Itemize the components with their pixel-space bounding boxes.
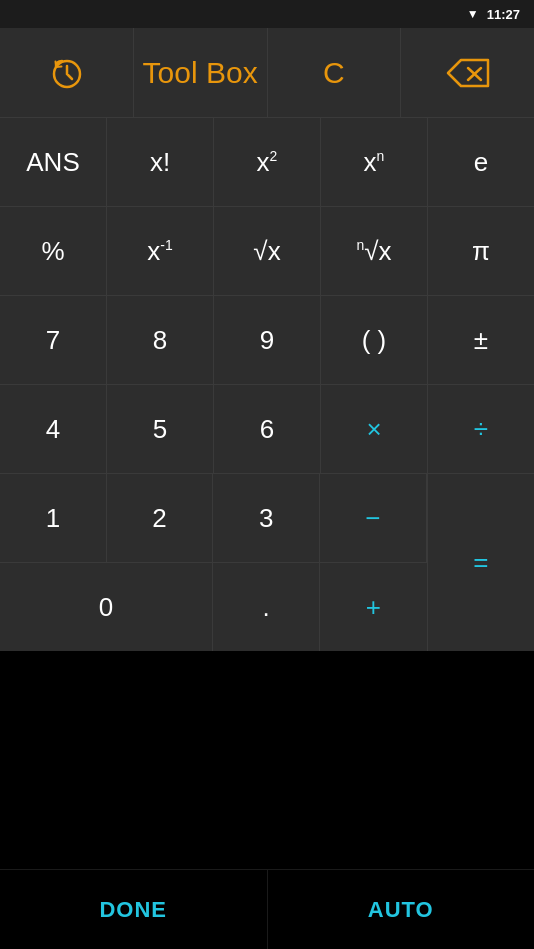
app-title: Tool Box [143,56,258,90]
time-display: 11:27 [487,7,520,22]
three-button[interactable]: 3 [213,474,319,562]
divide-button[interactable]: ÷ [428,385,534,473]
pi-button[interactable]: π [428,207,534,295]
wifi-icon: ▼ [467,7,479,21]
six-button[interactable]: 6 [214,385,321,473]
ans-button[interactable]: ANS [0,118,107,206]
multiply-button[interactable]: × [321,385,428,473]
history-button[interactable] [0,28,134,117]
plus-button[interactable]: + [320,563,426,651]
seven-button[interactable]: 7 [0,296,107,384]
four-button[interactable]: 4 [0,385,107,473]
status-bar: ▼ 11:27 [0,0,534,28]
sqrt-button[interactable]: √x [214,207,321,295]
power-button[interactable]: xn [321,118,428,206]
square-button[interactable]: x2 [214,118,321,206]
euler-button[interactable]: e [428,118,534,206]
done-button[interactable]: DONE [0,870,268,949]
keypad: ANS x! x2 xn e % x-1 √x n√x π 7 8 9 ( ) … [0,118,534,651]
factorial-button[interactable]: x! [107,118,214,206]
row-2: % x-1 √x n√x π [0,207,534,296]
backspace-button[interactable] [401,28,534,117]
equals-button[interactable]: = [428,474,534,650]
auto-button[interactable]: AUTO [268,870,535,949]
one-button[interactable]: 1 [0,474,107,562]
paren-button[interactable]: ( ) [321,296,428,384]
title-cell: Tool Box [134,28,268,117]
footer: DONE AUTO [0,869,534,949]
clear-button[interactable]: C [268,28,402,117]
nine-button[interactable]: 9 [214,296,321,384]
decimal-button[interactable]: . [213,563,319,651]
row-1: ANS x! x2 xn e [0,118,534,207]
rows-56: 1 2 3 0 . − + = [0,474,534,651]
empty-space [0,651,534,869]
header-bar: Tool Box C [0,28,534,118]
nth-root-button[interactable]: n√x [321,207,428,295]
history-icon [47,54,85,92]
zero-button[interactable]: 0 [0,563,213,651]
row-4: 4 5 6 × ÷ [0,385,534,474]
backspace-icon [446,58,490,88]
plusminus-button[interactable]: ± [428,296,534,384]
minus-button[interactable]: − [320,474,426,563]
inverse-button[interactable]: x-1 [107,207,214,295]
eight-button[interactable]: 8 [107,296,214,384]
two-button[interactable]: 2 [107,474,214,562]
percent-button[interactable]: % [0,207,107,295]
row-3: 7 8 9 ( ) ± [0,296,534,385]
five-button[interactable]: 5 [107,385,214,473]
app-wrapper: ▼ 11:27 Tool Box C [0,0,534,949]
clear-label: C [323,56,345,90]
